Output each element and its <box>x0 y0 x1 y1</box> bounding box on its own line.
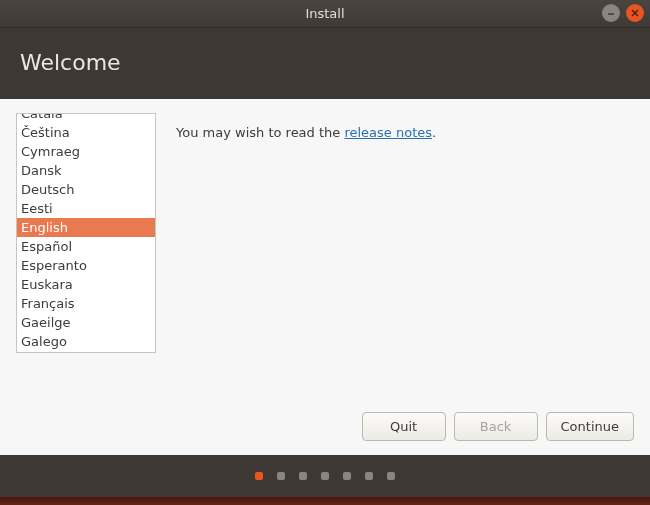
language-list[interactable]: CatalàČeštinaCymraegDanskDeutschEestiEng… <box>16 113 156 353</box>
language-item[interactable]: Català <box>17 113 155 123</box>
language-item[interactable]: Čeština <box>17 123 155 142</box>
installer-window: Install Welcome CatalàČeštinaCymraegDans… <box>0 0 650 505</box>
language-item[interactable]: Français <box>17 294 155 313</box>
progress-dots <box>0 455 650 497</box>
quit-button[interactable]: Quit <box>362 412 446 441</box>
window-title: Install <box>305 6 344 21</box>
language-item[interactable]: Euskara <box>17 275 155 294</box>
continue-button[interactable]: Continue <box>546 412 634 441</box>
release-notes-text: You may wish to read the release notes. <box>176 113 634 392</box>
progress-dot <box>365 472 373 480</box>
language-item[interactable]: Cymraeg <box>17 142 155 161</box>
page-header: Welcome <box>0 28 650 99</box>
button-row: Quit Back Continue <box>16 392 634 441</box>
close-button[interactable] <box>626 4 644 22</box>
progress-dot <box>321 472 329 480</box>
language-item[interactable]: Español <box>17 237 155 256</box>
notes-prefix: You may wish to read the <box>176 125 344 140</box>
notes-suffix: . <box>432 125 436 140</box>
language-item[interactable]: Dansk <box>17 161 155 180</box>
titlebar: Install <box>0 0 650 28</box>
desktop-strip <box>0 497 650 505</box>
close-icon <box>630 8 640 18</box>
language-item[interactable]: Galego <box>17 332 155 351</box>
language-item[interactable]: Esperanto <box>17 256 155 275</box>
progress-dot <box>255 472 263 480</box>
language-item[interactable]: English <box>17 218 155 237</box>
language-item[interactable]: Gaeilge <box>17 313 155 332</box>
page-title: Welcome <box>20 50 121 75</box>
minimize-button[interactable] <box>602 4 620 22</box>
progress-dot <box>277 472 285 480</box>
progress-dot <box>343 472 351 480</box>
back-button: Back <box>454 412 538 441</box>
progress-dot <box>387 472 395 480</box>
language-item[interactable]: Eesti <box>17 199 155 218</box>
language-item[interactable]: Deutsch <box>17 180 155 199</box>
content-area: CatalàČeštinaCymraegDanskDeutschEestiEng… <box>0 99 650 455</box>
release-notes-link[interactable]: release notes <box>344 125 432 140</box>
content-main: CatalàČeštinaCymraegDanskDeutschEestiEng… <box>16 113 634 392</box>
progress-dot <box>299 472 307 480</box>
window-controls <box>602 4 644 22</box>
minimize-icon <box>606 8 616 18</box>
